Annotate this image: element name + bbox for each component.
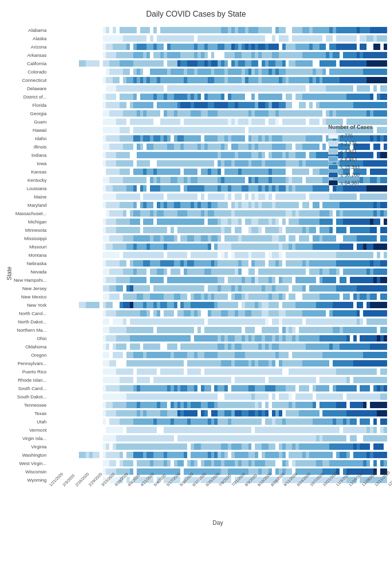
heatmap-cell [99, 169, 103, 175]
heatmap-cell [177, 169, 181, 175]
heatmap-cell [157, 102, 160, 108]
heatmap-cell [137, 185, 140, 192]
heatmap-cell [245, 44, 248, 50]
heatmap-cell [384, 44, 387, 50]
heatmap-cell [126, 60, 130, 67]
heatmap-cell [201, 277, 204, 283]
heatmap-cell [319, 318, 323, 325]
heatmap-cell [238, 294, 242, 300]
heatmap-cell [313, 460, 316, 466]
heatmap-cell [282, 260, 286, 267]
heatmap-cell [147, 202, 150, 208]
heatmap-cell [295, 343, 299, 350]
heatmap-cell [75, 119, 79, 125]
heatmap-cell [96, 169, 99, 175]
heatmap-cell [384, 52, 387, 58]
heatmap-cell [62, 318, 66, 325]
heatmap-cell [109, 185, 113, 192]
y-label-54: Wyoming [27, 476, 47, 484]
heatmap-cell [147, 269, 150, 275]
heatmap-cell [171, 177, 174, 183]
heatmap-cell [231, 452, 235, 458]
heatmap-cell [269, 260, 272, 267]
heatmap-cell [248, 135, 252, 142]
heatmap-cell [218, 427, 221, 433]
heatmap-cell [126, 160, 130, 167]
heatmap-cell [306, 343, 309, 350]
heatmap-cell [113, 343, 116, 350]
heatmap-cell [82, 119, 86, 125]
heatmap-cell [370, 94, 373, 100]
heatmap-cell [282, 127, 286, 133]
heatmap-cell [109, 269, 113, 275]
heatmap-cell [228, 410, 231, 416]
heatmap-cell [299, 260, 302, 267]
heatmap-cell [218, 352, 221, 358]
heatmap-cell [133, 410, 137, 416]
heatmap-cell [167, 27, 171, 33]
heatmap-cell [147, 335, 150, 342]
heatmap-cell [126, 27, 130, 33]
heatmap-cell [69, 44, 73, 50]
heatmap-cell [248, 110, 252, 117]
heatmap-cell [336, 85, 340, 92]
heatmap-cell [363, 235, 367, 242]
heatmap-row [49, 351, 387, 359]
heatmap-cell [326, 60, 329, 67]
heatmap-cell [231, 144, 235, 150]
heatmap-cell [150, 185, 153, 192]
heatmap-cell [316, 202, 319, 208]
heatmap-cell [130, 285, 133, 292]
heatmap-cell [191, 418, 194, 425]
heatmap-cell [292, 169, 295, 175]
heatmap-cell [306, 152, 309, 158]
heatmap-cell [106, 385, 109, 392]
heatmap-cell [272, 44, 275, 50]
heatmap-cell [174, 360, 177, 367]
heatmap-cell [187, 302, 191, 308]
heatmap-cell [245, 285, 248, 292]
heatmap-cell [218, 343, 221, 350]
heatmap-cell [275, 135, 279, 142]
heatmap-cell [384, 343, 387, 350]
heatmap-cell [113, 185, 116, 192]
heatmap-cell [184, 227, 187, 233]
heatmap-cell [224, 377, 228, 383]
heatmap-cell [180, 202, 184, 208]
heatmap-cell [201, 244, 204, 250]
heatmap-cell [336, 227, 340, 233]
heatmap-cell [231, 102, 235, 108]
heatmap-row [49, 243, 387, 251]
heatmap-cell [72, 327, 75, 333]
heatmap-cell [180, 343, 184, 350]
heatmap-cell [96, 368, 99, 375]
heatmap-cell [211, 110, 215, 117]
heatmap-cell [204, 44, 208, 50]
heatmap-cell [265, 352, 269, 358]
heatmap-cell [309, 418, 313, 425]
heatmap-cell [204, 110, 208, 117]
heatmap-cell [72, 460, 75, 466]
heatmap-cell [120, 177, 123, 183]
heatmap-cell [59, 44, 62, 50]
heatmap-cell [269, 360, 272, 367]
heatmap-cell [302, 402, 306, 408]
heatmap-cell [340, 418, 343, 425]
heatmap-cell [79, 410, 82, 416]
heatmap-cell [214, 202, 218, 208]
heatmap-cell [201, 177, 204, 183]
heatmap-cell [384, 227, 387, 233]
heatmap-cell [265, 52, 269, 58]
heatmap-cell [279, 435, 282, 441]
heatmap-cell [171, 443, 174, 450]
heatmap-cell [357, 94, 360, 100]
heatmap-cell [184, 119, 187, 125]
heatmap-cell [143, 335, 147, 342]
heatmap-cell [373, 44, 377, 50]
heatmap-cell [147, 60, 150, 67]
heatmap-cell [72, 127, 75, 133]
heatmap-cell [86, 452, 89, 458]
heatmap-cell [373, 244, 377, 250]
heatmap-cell [235, 85, 238, 92]
heatmap-cell [75, 60, 79, 67]
